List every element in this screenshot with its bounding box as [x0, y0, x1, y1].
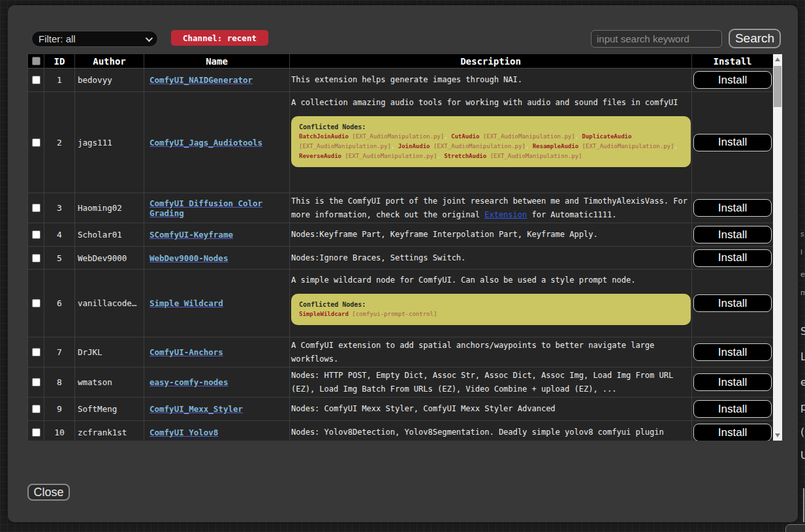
- description-text: This extension helps generate images thr…: [291, 73, 690, 87]
- table-row: 7DrJKLComfyUI-AnchorsA ComfyUI extension…: [28, 337, 773, 368]
- background-text-fragment: m: [800, 289, 805, 297]
- description-text: A collection amazing audio tools for wor…: [291, 96, 690, 110]
- row-checkbox[interactable]: [32, 204, 40, 212]
- background-text-fragment: (: [800, 426, 804, 438]
- channel-badge[interactable]: Channel: recent: [171, 30, 268, 46]
- scrollbar-thumb[interactable]: [774, 66, 781, 107]
- extension-name-link[interactable]: ComfyUI-Anchors: [150, 347, 223, 357]
- install-button[interactable]: Install: [693, 294, 772, 312]
- conflicted-nodes-title: Conflicted Nodes:: [299, 300, 683, 309]
- conflicted-nodes-box: Conflicted Nodes:SimpleWildcard [comfyui…: [291, 294, 691, 325]
- channel-badge-label: Channel: recent: [183, 33, 257, 43]
- conflicted-node-name: CutAudio: [451, 133, 479, 140]
- row-id: 1: [44, 69, 75, 92]
- row-id: 4: [44, 223, 75, 247]
- conflicted-nodes-box: Conflicted Nodes:BatchJoinAudio [EXT_Aud…: [291, 116, 691, 167]
- background-text-fragment: p: [800, 401, 805, 413]
- table-header-row: ID Author Name Description Install: [28, 54, 773, 69]
- conflicted-node-name: JoinAudio: [398, 143, 430, 149]
- row-checkbox[interactable]: [32, 348, 40, 356]
- row-checkbox[interactable]: [32, 378, 40, 386]
- row-name-cell: SComfyUI-Keyframe: [144, 223, 290, 247]
- table-scrollbar[interactable]: [773, 54, 782, 441]
- background-text-fragment: U: [800, 449, 805, 462]
- description-inline-link[interactable]: Extension: [484, 210, 527, 219]
- select-all-checkbox[interactable]: [32, 57, 40, 65]
- row-checkbox[interactable]: [32, 254, 40, 262]
- extension-name-link[interactable]: ComfyUI_NAIDGenerator: [150, 75, 253, 85]
- header-author: Author: [75, 54, 144, 69]
- row-install-cell: Install: [692, 193, 773, 223]
- row-checkbox-cell: [28, 247, 44, 270]
- conflicted-node-file: [comfyui-prompt-control]: [349, 311, 437, 317]
- extension-name-link[interactable]: ComfyUI_Mexx_Styler: [150, 404, 243, 414]
- install-button[interactable]: Install: [693, 373, 772, 391]
- row-checkbox-cell: [28, 421, 44, 441]
- table-row: 4Scholar01SComfyUI-KeyframeNodes:Keyfram…: [28, 223, 773, 247]
- install-button[interactable]: Install: [693, 343, 772, 361]
- extension-name-link[interactable]: Simple Wildcard: [150, 298, 223, 308]
- row-name-cell: ComfyUI Yolov8: [144, 421, 290, 441]
- scroll-down-icon[interactable]: [773, 430, 782, 441]
- extension-name-link[interactable]: SComfyUI-Keyframe: [150, 230, 233, 240]
- description-text: Nodes: Yolov8Detection, Yolov8Segmentati…: [291, 426, 690, 439]
- row-checkbox[interactable]: [32, 428, 40, 437]
- table-row: 9SoftMengComfyUI_Mexx_StylerNodes: Comfy…: [28, 398, 773, 421]
- install-button[interactable]: Install: [693, 226, 772, 243]
- header-install: Install: [692, 54, 773, 69]
- description-text: A simple wildcard node for ComfyUI. Can …: [291, 274, 690, 287]
- row-install-cell: Install: [692, 398, 773, 421]
- install-button[interactable]: Install: [693, 249, 772, 267]
- row-install-cell: Install: [692, 223, 773, 247]
- row-checkbox[interactable]: [32, 138, 40, 147]
- row-install-cell: Install: [692, 368, 773, 398]
- filter-select[interactable]: Filter: all: [31, 31, 158, 47]
- row-install-cell: Install: [692, 69, 773, 92]
- background-text-fragment: l: [800, 248, 802, 257]
- row-checkbox[interactable]: [32, 76, 40, 84]
- row-id: 3: [44, 193, 75, 223]
- conflicted-nodes-title: Conflicted Nodes:: [299, 122, 683, 132]
- row-checkbox-cell: [28, 223, 44, 247]
- row-checkbox[interactable]: [32, 230, 40, 239]
- row-id: 7: [44, 337, 75, 368]
- row-name-cell: easy-comfy-nodes: [144, 368, 290, 398]
- row-author: WebDev9000: [75, 247, 144, 270]
- extension-name-link[interactable]: ComfyUI_Jags_Audiotools: [150, 138, 262, 148]
- install-button[interactable]: Install: [693, 71, 772, 89]
- table-row: 3Haoming02ComfyUI Diffusion Color Gradin…: [28, 193, 773, 223]
- row-description: Nodes: HTTP POST, Empty Dict, Assoc Str,…: [290, 368, 692, 398]
- description-text: Nodes: HTTP POST, Empty Dict, Assoc Str,…: [291, 369, 690, 396]
- row-checkbox-cell: [28, 69, 44, 92]
- table-row: 1bedovyyComfyUI_NAIDGeneratorThis extens…: [28, 69, 773, 92]
- extension-name-link[interactable]: ComfyUI Diffusion Color Grading: [150, 198, 287, 218]
- install-button[interactable]: Install: [693, 424, 772, 441]
- row-checkbox[interactable]: [32, 405, 40, 413]
- scroll-up-icon[interactable]: [773, 54, 782, 65]
- install-button[interactable]: Install: [693, 400, 772, 418]
- description-text: Nodes:Keyframe Part, Keyframe Interpolat…: [291, 228, 690, 242]
- header-id: ID: [44, 54, 75, 69]
- install-button[interactable]: Install: [693, 199, 772, 217]
- row-name-cell: Simple Wildcard: [144, 270, 290, 337]
- row-author: jags111: [75, 92, 144, 193]
- extension-name-link[interactable]: easy-comfy-nodes: [150, 377, 228, 387]
- close-button[interactable]: Close: [27, 484, 70, 501]
- conflicted-node-file: [EXT_AudioManipulation.py]: [430, 143, 526, 149]
- row-checkbox[interactable]: [32, 299, 40, 307]
- table-body: 1bedovyyComfyUI_NAIDGeneratorThis extens…: [28, 69, 773, 441]
- search-button[interactable]: Search: [729, 29, 781, 48]
- row-author: zcfrank1st: [75, 421, 144, 441]
- table-row: 5WebDev9000WebDev9000-NodesNodes:Ignore …: [28, 247, 773, 270]
- extension-name-link[interactable]: WebDev9000-Nodes: [150, 253, 228, 263]
- conflicted-node-file: [EXT_AudioManipulation.py]: [486, 153, 582, 159]
- background-panel-edge: [803, 488, 804, 522]
- row-id: 10: [44, 421, 75, 441]
- conflicted-node-name: ReverseAudio: [299, 153, 341, 159]
- row-install-cell: Install: [692, 92, 773, 193]
- row-install-cell: Install: [692, 337, 773, 368]
- search-input[interactable]: [591, 30, 722, 48]
- extension-name-link[interactable]: ComfyUI Yolov8: [150, 428, 218, 437]
- row-description: A collection amazing audio tools for wor…: [290, 92, 692, 193]
- install-button[interactable]: Install: [693, 134, 772, 151]
